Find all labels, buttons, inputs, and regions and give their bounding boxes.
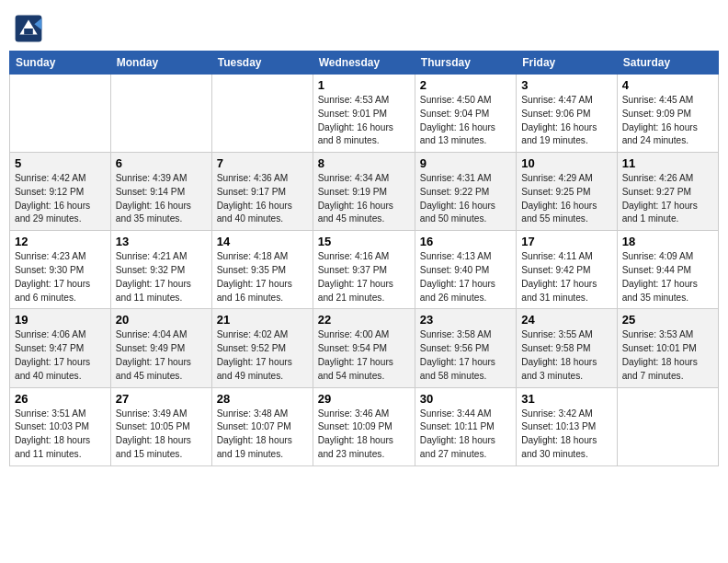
day-cell: 5Sunrise: 4:42 AM Sunset: 9:12 PM Daylig… <box>10 153 111 231</box>
day-cell: 1Sunrise: 4:53 AM Sunset: 9:01 PM Daylig… <box>313 75 415 153</box>
day-number: 5 <box>15 156 106 170</box>
day-number: 19 <box>15 313 106 327</box>
header-cell-friday: Friday <box>517 52 617 75</box>
week-row-4: 19Sunrise: 4:06 AM Sunset: 9:47 PM Dayli… <box>10 309 719 387</box>
day-number: 1 <box>318 78 410 92</box>
day-cell: 22Sunrise: 4:00 AM Sunset: 9:54 PM Dayli… <box>313 309 415 387</box>
day-number: 2 <box>420 78 511 92</box>
day-info: Sunrise: 3:48 AM Sunset: 10:07 PM Daylig… <box>217 408 308 462</box>
day-cell: 15Sunrise: 4:16 AM Sunset: 9:37 PM Dayli… <box>313 231 415 309</box>
day-info: Sunrise: 4:16 AM Sunset: 9:37 PM Dayligh… <box>318 250 410 304</box>
day-cell: 12Sunrise: 4:23 AM Sunset: 9:30 PM Dayli… <box>10 231 111 309</box>
day-cell: 24Sunrise: 3:55 AM Sunset: 9:58 PM Dayli… <box>517 309 617 387</box>
day-number: 22 <box>318 313 410 327</box>
day-info: Sunrise: 3:55 AM Sunset: 9:58 PM Dayligh… <box>521 328 611 383</box>
day-number: 30 <box>420 392 511 406</box>
day-cell: 11Sunrise: 4:26 AM Sunset: 9:27 PM Dayli… <box>617 153 718 231</box>
week-row-3: 12Sunrise: 4:23 AM Sunset: 9:30 PM Dayli… <box>10 231 719 309</box>
day-cell: 29Sunrise: 3:46 AM Sunset: 10:09 PM Dayl… <box>313 387 415 465</box>
day-cell: 23Sunrise: 3:58 AM Sunset: 9:56 PM Dayli… <box>415 309 516 387</box>
day-number: 25 <box>622 313 713 327</box>
day-number: 29 <box>318 392 410 406</box>
day-info: Sunrise: 4:13 AM Sunset: 9:40 PM Dayligh… <box>420 250 511 304</box>
day-cell: 14Sunrise: 4:18 AM Sunset: 9:35 PM Dayli… <box>211 231 313 309</box>
day-info: Sunrise: 4:00 AM Sunset: 9:54 PM Dayligh… <box>318 328 410 383</box>
logo-icon <box>14 14 43 43</box>
day-number: 23 <box>420 313 511 327</box>
day-number: 20 <box>116 313 207 327</box>
day-info: Sunrise: 4:09 AM Sunset: 9:44 PM Dayligh… <box>622 250 713 304</box>
day-info: Sunrise: 3:53 AM Sunset: 10:01 PM Daylig… <box>622 328 713 383</box>
week-row-5: 26Sunrise: 3:51 AM Sunset: 10:03 PM Dayl… <box>10 387 719 465</box>
header-cell-tuesday: Tuesday <box>211 52 313 75</box>
day-cell <box>10 75 111 153</box>
day-cell: 20Sunrise: 4:04 AM Sunset: 9:49 PM Dayli… <box>110 309 211 387</box>
day-cell: 17Sunrise: 4:11 AM Sunset: 9:42 PM Dayli… <box>517 231 617 309</box>
day-info: Sunrise: 4:39 AM Sunset: 9:14 PM Dayligh… <box>116 172 207 226</box>
day-number: 21 <box>217 313 308 327</box>
day-number: 31 <box>521 392 611 406</box>
day-number: 18 <box>622 235 713 248</box>
day-number: 28 <box>217 392 308 406</box>
day-info: Sunrise: 3:51 AM Sunset: 10:03 PM Daylig… <box>15 408 106 462</box>
day-info: Sunrise: 4:23 AM Sunset: 9:30 PM Dayligh… <box>15 250 106 304</box>
day-info: Sunrise: 4:06 AM Sunset: 9:47 PM Dayligh… <box>15 328 106 383</box>
day-cell: 10Sunrise: 4:29 AM Sunset: 9:25 PM Dayli… <box>517 153 617 231</box>
day-number: 17 <box>521 235 611 248</box>
day-cell: 19Sunrise: 4:06 AM Sunset: 9:47 PM Dayli… <box>10 309 111 387</box>
header-cell-sunday: Sunday <box>10 52 111 75</box>
day-info: Sunrise: 4:31 AM Sunset: 9:22 PM Dayligh… <box>420 172 511 226</box>
logo <box>14 14 47 43</box>
day-cell: 3Sunrise: 4:47 AM Sunset: 9:06 PM Daylig… <box>517 75 617 153</box>
day-cell: 25Sunrise: 3:53 AM Sunset: 10:01 PM Dayl… <box>617 309 718 387</box>
header <box>9 9 719 43</box>
day-info: Sunrise: 3:42 AM Sunset: 10:13 PM Daylig… <box>521 408 611 462</box>
header-row: SundayMondayTuesdayWednesdayThursdayFrid… <box>10 52 719 75</box>
day-number: 7 <box>217 156 308 170</box>
day-cell: 2Sunrise: 4:50 AM Sunset: 9:04 PM Daylig… <box>415 75 516 153</box>
day-info: Sunrise: 3:44 AM Sunset: 10:11 PM Daylig… <box>420 408 511 462</box>
day-info: Sunrise: 4:47 AM Sunset: 9:06 PM Dayligh… <box>521 94 611 148</box>
day-info: Sunrise: 4:21 AM Sunset: 9:32 PM Dayligh… <box>116 250 207 304</box>
day-number: 14 <box>217 235 308 248</box>
svg-rect-2 <box>24 29 33 34</box>
day-cell <box>617 387 718 465</box>
day-number: 26 <box>15 392 106 406</box>
day-number: 3 <box>521 78 611 92</box>
day-number: 16 <box>420 235 511 248</box>
day-number: 10 <box>521 156 611 170</box>
day-info: Sunrise: 4:34 AM Sunset: 9:19 PM Dayligh… <box>318 172 410 226</box>
day-cell: 30Sunrise: 3:44 AM Sunset: 10:11 PM Dayl… <box>415 387 516 465</box>
day-number: 12 <box>15 235 106 248</box>
day-info: Sunrise: 4:36 AM Sunset: 9:17 PM Dayligh… <box>217 172 308 226</box>
header-cell-wednesday: Wednesday <box>313 52 415 75</box>
day-info: Sunrise: 3:49 AM Sunset: 10:05 PM Daylig… <box>116 408 207 462</box>
day-cell: 27Sunrise: 3:49 AM Sunset: 10:05 PM Dayl… <box>110 387 211 465</box>
day-info: Sunrise: 4:11 AM Sunset: 9:42 PM Dayligh… <box>521 250 611 304</box>
day-number: 13 <box>116 235 207 248</box>
week-row-2: 5Sunrise: 4:42 AM Sunset: 9:12 PM Daylig… <box>10 153 719 231</box>
day-cell <box>211 75 313 153</box>
day-cell: 31Sunrise: 3:42 AM Sunset: 10:13 PM Dayl… <box>517 387 617 465</box>
day-cell: 13Sunrise: 4:21 AM Sunset: 9:32 PM Dayli… <box>110 231 211 309</box>
day-cell: 6Sunrise: 4:39 AM Sunset: 9:14 PM Daylig… <box>110 153 211 231</box>
day-cell: 21Sunrise: 4:02 AM Sunset: 9:52 PM Dayli… <box>211 309 313 387</box>
day-cell: 9Sunrise: 4:31 AM Sunset: 9:22 PM Daylig… <box>415 153 516 231</box>
day-info: Sunrise: 3:46 AM Sunset: 10:09 PM Daylig… <box>318 408 410 462</box>
day-info: Sunrise: 4:04 AM Sunset: 9:49 PM Dayligh… <box>116 328 207 383</box>
calendar-table: SundayMondayTuesdayWednesdayThursdayFrid… <box>9 51 719 466</box>
day-info: Sunrise: 3:58 AM Sunset: 9:56 PM Dayligh… <box>420 328 511 383</box>
day-number: 4 <box>622 78 713 92</box>
day-cell: 4Sunrise: 4:45 AM Sunset: 9:09 PM Daylig… <box>617 75 718 153</box>
week-row-1: 1Sunrise: 4:53 AM Sunset: 9:01 PM Daylig… <box>10 75 719 153</box>
day-cell: 7Sunrise: 4:36 AM Sunset: 9:17 PM Daylig… <box>211 153 313 231</box>
day-cell: 16Sunrise: 4:13 AM Sunset: 9:40 PM Dayli… <box>415 231 516 309</box>
day-info: Sunrise: 4:42 AM Sunset: 9:12 PM Dayligh… <box>15 172 106 226</box>
day-number: 11 <box>622 156 713 170</box>
day-number: 8 <box>318 156 410 170</box>
day-info: Sunrise: 4:26 AM Sunset: 9:27 PM Dayligh… <box>622 172 713 226</box>
header-cell-saturday: Saturday <box>617 52 718 75</box>
day-number: 6 <box>116 156 207 170</box>
day-info: Sunrise: 4:18 AM Sunset: 9:35 PM Dayligh… <box>217 250 308 304</box>
day-cell: 8Sunrise: 4:34 AM Sunset: 9:19 PM Daylig… <box>313 153 415 231</box>
